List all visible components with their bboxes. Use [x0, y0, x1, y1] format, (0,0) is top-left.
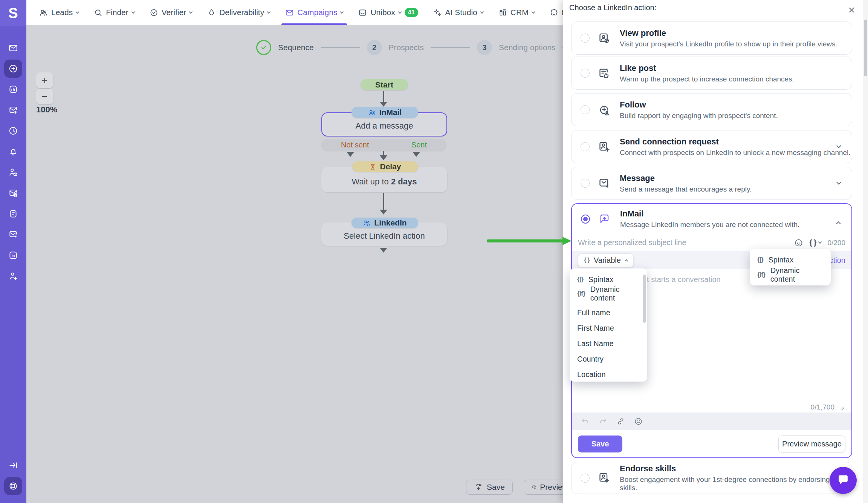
dropdown-item-dynamic-content[interactable]: {if}Dynamic content: [570, 287, 647, 301]
action-card-view-profile[interactable]: View profileVisit your prospect's Linked…: [571, 21, 852, 55]
nav-item-leads[interactable]: Leads: [39, 0, 79, 25]
notifications-icon: [8, 147, 18, 156]
action-card-like-post[interactable]: Like postWarm up the prospect to increas…: [571, 57, 852, 90]
action-card-endorse-skills[interactable]: Endorse skillsBoost engagement with your…: [571, 462, 852, 494]
dropdown-item-country[interactable]: Country: [570, 351, 647, 367]
svg-text:in: in: [12, 253, 15, 258]
variable-dropdown-menu: {|}Spintax {if}Dynamic content Full name…: [570, 268, 647, 382]
nav-item-verifier[interactable]: Verifier: [150, 0, 192, 25]
emoji-icon[interactable]: [634, 417, 643, 426]
app-logo[interactable]: S: [0, 0, 26, 26]
preview-message-button[interactable]: Preview message: [778, 436, 845, 452]
action-card-message[interactable]: MessageSend a message that encourages a …: [571, 167, 852, 200]
chat-support-button[interactable]: [830, 467, 857, 494]
mail-preview-icon: [532, 483, 536, 492]
sidebar-item-email-accounts[interactable]: [4, 184, 22, 202]
linkedin-icon: in: [8, 250, 18, 260]
sidebar-item-create-campaign[interactable]: [4, 60, 22, 78]
sidebar-item-collapse[interactable]: [4, 456, 22, 474]
chevron-up-icon[interactable]: [836, 221, 841, 226]
step-prospects-number[interactable]: 2: [367, 40, 382, 55]
save-label: Save: [487, 483, 505, 492]
popup-item-spintax[interactable]: {|}Spintax: [750, 252, 831, 267]
sidebar-item-mail-unread[interactable]: [4, 225, 22, 244]
flow-node-start[interactable]: Start: [361, 79, 408, 90]
send-connection-radio[interactable]: [581, 142, 590, 151]
subject-input[interactable]: [578, 238, 788, 247]
save-button[interactable]: Save: [578, 436, 622, 452]
step-sequence-check[interactable]: [256, 40, 271, 55]
puzzle-icon: [550, 8, 558, 17]
zoom-out-button[interactable]: −: [36, 89, 53, 104]
inmail-radio-selected[interactable]: [581, 215, 590, 224]
panel-scrollbar-track[interactable]: [863, 0, 868, 503]
flow-arrowhead: [347, 152, 354, 157]
dropdown-item-full-name[interactable]: Full name: [570, 305, 647, 321]
view-profile-radio[interactable]: [581, 34, 590, 43]
action-title: View profile: [620, 28, 837, 38]
nav-item-unibox[interactable]: Unibox41: [358, 0, 418, 25]
message-icon: [598, 177, 610, 190]
nav-label: Verifier: [162, 8, 186, 17]
chevron-down-icon: [480, 10, 484, 14]
insert-variable-control[interactable]: { }: [809, 238, 821, 247]
insert-link-icon[interactable]: [616, 417, 625, 426]
linkedin-action-panel: Choose a LinkedIn action: ✕ View profile…: [563, 0, 868, 503]
subject-char-counter: 0/200: [827, 239, 845, 247]
nav-item-deliverability[interactable]: Deliverability: [207, 0, 270, 25]
action-card-send-connection[interactable]: Send connection requestConnect with pros…: [571, 130, 852, 163]
popup-item-dynamic-content[interactable]: {if}Dynamic content: [750, 267, 831, 282]
dropdown-scrollbar[interactable]: [643, 275, 646, 323]
sidebar-item-support[interactable]: [4, 477, 22, 495]
zoom-in-button[interactable]: +: [36, 72, 53, 88]
like-post-radio[interactable]: [581, 69, 590, 78]
dropdown-item-last-name[interactable]: Last Name: [570, 336, 647, 351]
flow-node-delay-pill[interactable]: Delay: [352, 161, 418, 172]
sidebar-item-inbox[interactable]: [4, 39, 22, 57]
sidebar-item-history[interactable]: [4, 122, 22, 140]
redo-icon[interactable]: [599, 417, 607, 426]
flow-node-inmail-pill[interactable]: InMail: [351, 107, 418, 118]
action-card-follow[interactable]: FollowBuild rapport by engaging with pro…: [571, 93, 852, 126]
nav-item-finder[interactable]: Finder: [94, 0, 134, 25]
resize-handle-icon[interactable]: [838, 404, 845, 411]
chevron-down-icon[interactable]: [836, 180, 841, 185]
sidebar-item-templates[interactable]: [4, 205, 22, 223]
follow-radio[interactable]: [581, 105, 590, 114]
sidebar-item-notifications[interactable]: [4, 143, 22, 161]
inmail-title: InMail: [620, 209, 799, 219]
nav-item-ai-studio[interactable]: AI Studio: [433, 0, 483, 25]
dropdown-item-location[interactable]: Location: [570, 367, 647, 382]
flow-arrowhead: [380, 102, 387, 107]
sidebar-item-add-person[interactable]: [4, 267, 22, 285]
inmail-header[interactable]: InMailMessage LinkedIn members you are n…: [572, 204, 851, 234]
canvas-save-button[interactable]: Save: [466, 480, 513, 495]
dropdown-item-spintax[interactable]: {|}Spintax: [570, 272, 647, 287]
flow-node-linkedin-pill[interactable]: LinkedIn: [351, 218, 418, 228]
variable-dropdown-button[interactable]: { } Variable: [578, 253, 634, 267]
message-radio[interactable]: [581, 179, 590, 188]
dynamic-content-icon: {if}: [577, 290, 585, 298]
check-circle-icon: [150, 8, 158, 17]
sidebar-item-mail-send[interactable]: [4, 101, 22, 119]
hourglass-icon: [369, 163, 376, 170]
sidebar-item-lead-mail[interactable]: [4, 163, 22, 181]
inmail-desc: Message LinkedIn members you are not con…: [620, 221, 799, 229]
nav-label: Leads: [51, 8, 73, 17]
inmail-icon: [598, 213, 611, 225]
emoji-picker-icon[interactable]: [794, 238, 803, 247]
dropdown-item-first-name[interactable]: First Name: [570, 321, 647, 336]
nav-item-crm[interactable]: CRM: [498, 0, 535, 25]
undo-icon[interactable]: [581, 417, 590, 426]
sidebar-item-linkedin[interactable]: in: [4, 246, 22, 264]
sidebar-item-analytics[interactable]: [4, 80, 22, 98]
chevron-down-icon: [531, 10, 535, 14]
nav-item-campaigns[interactable]: Campaigns: [285, 0, 343, 25]
flow-branch-bar[interactable]: Not sent Sent: [321, 139, 446, 151]
close-icon[interactable]: ✕: [848, 5, 855, 15]
panel-scrollbar-thumb[interactable]: [864, 20, 867, 76]
endorse-skills-radio[interactable]: [581, 474, 590, 483]
collapse-icon: [8, 460, 18, 470]
braces-icon: { }: [809, 238, 816, 247]
step-sending-number[interactable]: 3: [477, 40, 492, 55]
